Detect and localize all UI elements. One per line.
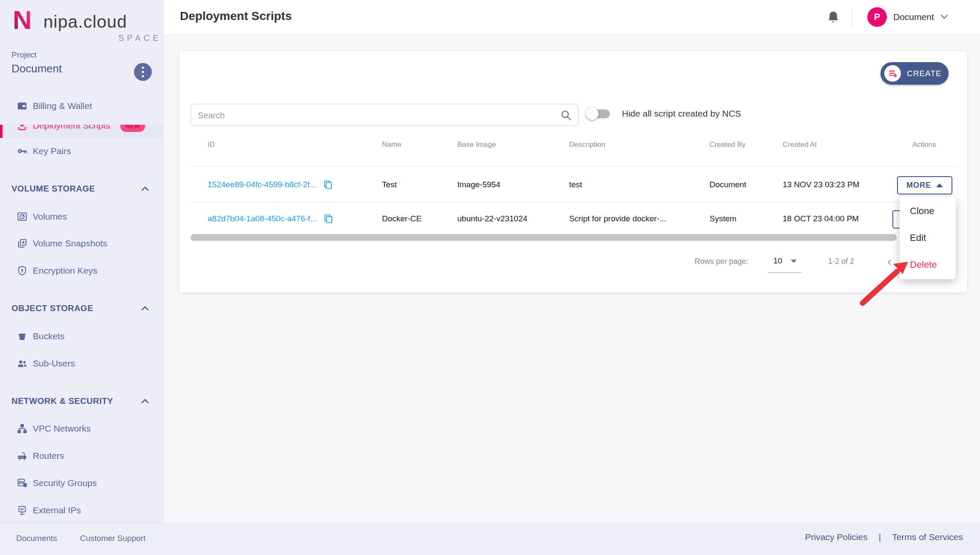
network-nodes-icon (16, 423, 28, 435)
sidebar-item-deployment-scripts-inner: Deployment Scripts NEW (0, 125, 164, 138)
project-label: Project (11, 50, 37, 60)
snapshot-icon (16, 238, 28, 249)
sidebar-item-buckets[interactable]: Buckets (0, 323, 164, 349)
script-name: Test (382, 180, 397, 189)
wallet-icon (16, 100, 28, 112)
script-created-by: System (709, 214, 736, 223)
column-header-created-at: Created At (783, 140, 817, 149)
sidebar-item-volumes[interactable]: Volumes (0, 204, 164, 229)
menu-item-clone[interactable]: Clone (900, 197, 956, 225)
shield-lock-icon (16, 265, 28, 277)
script-created-at: 18 OCT 23 04:00 PM (783, 214, 859, 223)
select-underline (768, 272, 802, 273)
sidebar-item-label: Key Pairs (33, 146, 71, 156)
brand-logo[interactable]: N nipa.cloud SPACE (13, 5, 153, 44)
column-header-base-image: Base Image (457, 140, 496, 149)
create-plus-icon (884, 65, 901, 82)
project-menu-button[interactable] (134, 63, 152, 81)
chevron-up-icon[interactable] (140, 185, 150, 192)
script-id-link[interactable]: 1524ee89-04fc-4599-b8cf-2f... (208, 180, 332, 189)
script-base-image: Image-5954 (457, 180, 500, 189)
toggle-thumb (586, 107, 598, 120)
sidebar-footer-divider (0, 523, 164, 523)
script-description: test (569, 180, 582, 189)
footer-link-privacy-policies[interactable]: Privacy Policies (805, 532, 868, 542)
footer-link-terms-of-services[interactable]: Terms of Services (892, 532, 963, 542)
sidebar-item-volume-snapshots[interactable]: Volume Snapshots (0, 231, 164, 256)
project-name: Document (11, 62, 62, 75)
sidebar-item-vpc-networks[interactable]: VPC Networks (0, 416, 164, 441)
caret-up-icon (936, 183, 943, 187)
chevron-up-icon[interactable] (140, 397, 150, 405)
server-shield-icon (16, 478, 28, 489)
sidebar-item-label: Routers (33, 451, 64, 461)
table-divider (191, 202, 956, 203)
sidebar-item-routers[interactable]: Routers (0, 443, 164, 469)
footer-separator: | (879, 532, 881, 542)
sidebar-item-label: Security Groups (33, 478, 97, 488)
sidebar-item-billing-wallet[interactable]: Billing & Wallet (0, 93, 164, 119)
footer-link-documents[interactable]: Documents (16, 534, 57, 543)
account-name[interactable]: Document (893, 12, 934, 22)
page-footer: Documents Customer Support Privacy Polic… (0, 523, 980, 555)
copy-icon[interactable] (323, 214, 333, 223)
hard-disk-icon (16, 211, 28, 223)
more-actions-button-row1[interactable]: MORE (897, 176, 952, 195)
hide-ncs-toggle[interactable] (589, 109, 610, 118)
sidebar-item-security-groups[interactable]: Security Groups (0, 470, 164, 496)
sidebar-item-deployment-scripts[interactable]: Deployment Scripts NEW (0, 125, 164, 138)
new-badge: NEW (120, 125, 145, 132)
sidebar-item-external-ips[interactable]: IP External IPs (0, 498, 164, 523)
sidebar-item-encryption-keys[interactable]: Encryption Keys (0, 258, 164, 283)
pagination-prev-icon[interactable]: ‹ (887, 254, 892, 269)
horizontal-scrollbar[interactable] (191, 234, 897, 241)
rows-per-page-select[interactable]: 10 (773, 256, 782, 266)
column-header-description: Description (569, 140, 605, 149)
actions-dropdown-menu: Clone Edit Delete (900, 197, 956, 279)
copy-icon[interactable] (322, 180, 332, 189)
select-caret-icon[interactable] (791, 260, 797, 263)
kebab-menu-icon (141, 66, 145, 78)
brand-subtitle: SPACE (118, 33, 161, 43)
avatar-initial: P (874, 11, 880, 23)
menu-item-edit[interactable]: Edit (900, 224, 956, 252)
section-title-object-storage: OBJECT STORAGE (11, 303, 93, 313)
column-header-name: Name (382, 140, 401, 149)
rows-per-page-label: Rows per page: (695, 257, 748, 266)
avatar[interactable]: P (867, 7, 887, 27)
sidebar-item-label: Buckets (33, 331, 65, 341)
pagination-range: 1-2 of 2 (828, 257, 854, 266)
svg-text:N: N (13, 6, 32, 34)
app-root: N nipa.cloud SPACE Project Document Bill… (0, 0, 980, 555)
section-title-network-security: NETWORK & SECURITY (11, 396, 113, 406)
sidebar-item-label: Sub-Users (33, 358, 75, 369)
header-divider (852, 8, 852, 26)
notifications-bell-icon[interactable] (826, 10, 840, 25)
column-header-actions: Actions (912, 140, 936, 149)
sidebar-item-label: Volumes (33, 212, 67, 222)
script-id-text: 1524ee89-04fc-4599-b8cf-2f... (208, 180, 316, 189)
sidebar-item-label: External IPs (33, 505, 81, 515)
sidebar-item-label: Deployment Scripts (33, 125, 110, 131)
deployment-scripts-card: CREATE Hide all script created by NCS ID… (179, 51, 967, 292)
create-button[interactable]: CREATE (880, 62, 949, 85)
page-title: Deployment Scripts (180, 9, 292, 23)
svg-text:IP: IP (20, 507, 23, 512)
search-icon[interactable] (560, 109, 572, 121)
sidebar-item-key-pairs[interactable]: Key Pairs (0, 138, 164, 164)
brand-n-icon: N (13, 6, 39, 34)
ip-monitor-icon: IP (16, 505, 28, 516)
menu-item-delete[interactable]: Delete (900, 251, 956, 278)
sidebar-item-sub-users[interactable]: Sub-Users (0, 351, 164, 376)
sidebar-item-label: Billing & Wallet (33, 101, 92, 111)
sidebar-item-label: Volume Snapshots (33, 238, 107, 249)
top-header: Deployment Scripts P Document (164, 0, 980, 35)
search-input[interactable] (197, 106, 556, 124)
chevron-up-icon[interactable] (140, 304, 150, 312)
hide-ncs-toggle-label: Hide all script created by NCS (622, 109, 741, 119)
footer-link-customer-support[interactable]: Customer Support (80, 534, 145, 543)
column-header-id: ID (208, 140, 215, 149)
chevron-down-icon[interactable] (940, 14, 948, 20)
script-id-link[interactable]: a82d7b04-1a08-450c-a476-f... (208, 214, 333, 223)
search-box (191, 104, 578, 126)
